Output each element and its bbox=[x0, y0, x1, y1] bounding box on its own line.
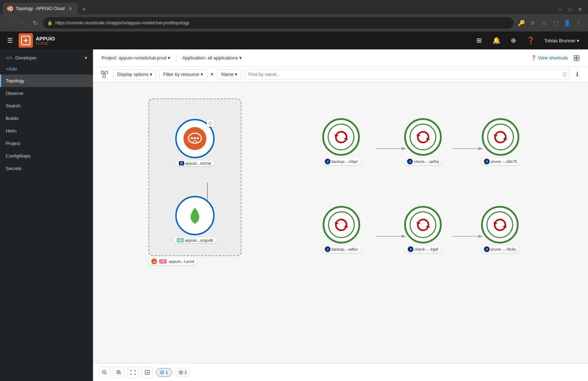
lock-icon: 🔒 bbox=[47, 20, 53, 25]
topology-chip-1[interactable]: 1 bbox=[156, 368, 172, 377]
prune-4tc6s-name: prune-...-4tc6s bbox=[491, 247, 516, 251]
info-button[interactable]: ℹ bbox=[572, 69, 582, 79]
add-icon[interactable]: ⊕ bbox=[507, 34, 520, 47]
app-logo: APPUiO CLOUD bbox=[19, 33, 55, 48]
search-input-wrapper[interactable]: / bbox=[244, 69, 569, 80]
refresh-button[interactable]: ↻ bbox=[30, 18, 40, 28]
backup-wfkxr-name: backup...-wfkxr bbox=[332, 247, 358, 251]
hamburger-menu[interactable]: ☰ bbox=[6, 35, 14, 46]
prune-4tc6s-node[interactable]: J prune-...-4tc6s bbox=[481, 206, 519, 253]
check-lrgdl-name: check-...-lrgdl bbox=[415, 247, 438, 251]
svg-line-34 bbox=[120, 373, 121, 375]
prune-k8z75-badge: J bbox=[484, 159, 490, 164]
notification-icon[interactable]: 🔔 bbox=[490, 34, 503, 47]
rocketchat-node[interactable]: ⬡ D appuio...etchat bbox=[175, 119, 215, 166]
name-filter-dropdown: ▾ bbox=[235, 72, 237, 77]
rocketchat-badge: D bbox=[179, 161, 184, 165]
address-bar[interactable]: 🔒 https://console.cloudscale.ch/apps/ns/… bbox=[43, 17, 514, 29]
restore-button[interactable]: □ bbox=[565, 4, 575, 14]
user-name: Tobias Brunner bbox=[544, 38, 575, 43]
grid-icon[interactable]: ⊞ bbox=[473, 34, 486, 47]
svg-rect-8 bbox=[574, 58, 576, 61]
sidebar-item-configmaps[interactable]: ConfigMaps bbox=[0, 150, 93, 162]
zoom-in-button[interactable] bbox=[113, 367, 124, 378]
name-filter-label: Name bbox=[221, 72, 234, 77]
topology-view-icon[interactable] bbox=[99, 69, 110, 80]
search-kbd: / bbox=[562, 72, 567, 77]
prune-4tc6s-badge: J bbox=[484, 246, 490, 252]
secrets-label: Secrets bbox=[6, 166, 21, 171]
mongodb-node[interactable]: SS appuio...ongodb bbox=[174, 196, 216, 243]
bookmark-icon[interactable]: ☆ bbox=[539, 18, 549, 28]
forward-button[interactable]: → bbox=[17, 18, 27, 28]
logo-cloud: CLOUD bbox=[36, 42, 55, 45]
check-lrgdl-label: J check-...-lrgdl bbox=[405, 246, 441, 253]
sidebar-item-secrets[interactable]: Secrets bbox=[0, 162, 93, 175]
svg-rect-9 bbox=[577, 58, 579, 61]
sidebar-toggle[interactable]: ⬚ bbox=[551, 18, 561, 28]
external-link-icon[interactable]: ⬡ bbox=[207, 120, 214, 127]
expand-button[interactable] bbox=[142, 367, 153, 378]
toolbar-divider bbox=[176, 54, 176, 62]
search-label: Search bbox=[6, 103, 20, 108]
prune-k8z75-label: J prune-...-k8z75 bbox=[481, 158, 520, 165]
sidebar-item-search[interactable]: Search bbox=[0, 100, 93, 112]
check-lrgdl-node[interactable]: J check-...-lrgdl bbox=[404, 206, 442, 253]
svg-point-1 bbox=[8, 8, 9, 9]
check-jw5vj-node[interactable]: J check-...-jw5vj bbox=[404, 118, 442, 165]
sidebar-item-helm[interactable]: Helm bbox=[0, 125, 93, 137]
help-icon[interactable]: ❓ bbox=[524, 34, 537, 47]
close-window-button[interactable]: ✕ bbox=[575, 4, 585, 14]
logo-svg bbox=[19, 33, 33, 48]
mongodb-badge: SS bbox=[177, 238, 184, 242]
account-icon[interactable]: 👤 bbox=[562, 18, 572, 28]
list-view-button[interactable] bbox=[571, 52, 582, 64]
display-options-button[interactable]: Display options ▾ bbox=[113, 69, 156, 80]
sidebar-item-project[interactable]: Project bbox=[0, 137, 93, 150]
zoom-out-button[interactable] bbox=[99, 367, 110, 378]
name-filter-button[interactable]: Name ▾ bbox=[217, 69, 241, 80]
minimize-button[interactable]: ─ bbox=[555, 4, 565, 14]
check-jw5vj-label: J check-...-jw5vj bbox=[404, 158, 442, 165]
new-tab-button[interactable]: + bbox=[79, 4, 89, 14]
share-icon[interactable]: ⎋ bbox=[528, 18, 538, 28]
developer-dropdown-icon: ▾ bbox=[85, 55, 87, 61]
logo-text: APPUiO CLOUD bbox=[36, 36, 55, 45]
url-text: https://console.cloudscale.ch/apps/ns/ap… bbox=[55, 20, 509, 25]
back-button[interactable]: ← bbox=[4, 18, 14, 28]
sidebar-item-add[interactable]: +Add bbox=[0, 63, 93, 74]
bottom-toolbar: 1 2 bbox=[93, 363, 588, 381]
prune-k8z75-node[interactable]: J prune-...-k8z75 bbox=[481, 118, 520, 165]
content-toolbar: Project: appuio-rocketchat-prod ▾ Applic… bbox=[93, 49, 588, 67]
backup-wfkxr-node[interactable]: J backup...-wfkxr bbox=[322, 206, 361, 253]
menu-button[interactable]: ⋮ bbox=[574, 18, 584, 28]
view-shortcuts-link[interactable]: ❓ View shortcuts bbox=[531, 55, 568, 61]
view-shortcuts-label: View shortcuts bbox=[538, 55, 568, 61]
browser-chrome: Topology · APPUiO Cloud ✕ + ─ □ ✕ ← → ↻ … bbox=[0, 0, 588, 32]
topology-canvas[interactable]: ⬡ D appuio...etchat bbox=[93, 82, 588, 363]
backup-c9qrt-node[interactable]: J backup...-c9qrt bbox=[322, 118, 361, 165]
top-nav: ☰ APPUiO CLOUD ⊞ 🔔 ⊕ ❓ Tobias Brunner ▾ bbox=[0, 32, 588, 49]
svg-rect-11 bbox=[105, 71, 108, 74]
sidebar-item-builds[interactable]: Builds bbox=[0, 112, 93, 125]
mongodb-name: appuio...ongodb bbox=[185, 238, 213, 242]
user-menu[interactable]: Tobias Brunner ▾ bbox=[542, 37, 582, 45]
sidebar-developer-header[interactable]: </> Developer ▾ bbox=[0, 52, 93, 63]
user-dropdown-icon: ▾ bbox=[577, 38, 579, 43]
project-selector[interactable]: Project: appuio-rocketchat-prod ▾ bbox=[99, 54, 173, 62]
key-icon[interactable]: 🔑 bbox=[516, 18, 526, 28]
project-label: Project bbox=[6, 141, 20, 146]
svg-rect-12 bbox=[103, 75, 106, 78]
sidebar-item-topology[interactable]: Topology bbox=[0, 74, 93, 87]
app-selector[interactable]: Application: all applications ▾ bbox=[179, 54, 245, 62]
configmaps-label: ConfigMaps bbox=[6, 153, 30, 159]
close-tab-button[interactable]: ✕ bbox=[68, 6, 73, 11]
code-icon: </> bbox=[6, 55, 13, 61]
filter-by-resource-button[interactable]: Filter by resource ▾ bbox=[159, 69, 207, 80]
fit-view-button[interactable] bbox=[127, 367, 139, 378]
search-input[interactable] bbox=[245, 72, 562, 77]
topology-chip-2[interactable]: 2 bbox=[175, 368, 191, 377]
sidebar-item-observe[interactable]: Observe bbox=[0, 87, 93, 100]
backup-c9qrt-label: J backup...-c9qrt bbox=[322, 158, 361, 165]
svg-point-24 bbox=[194, 137, 196, 139]
